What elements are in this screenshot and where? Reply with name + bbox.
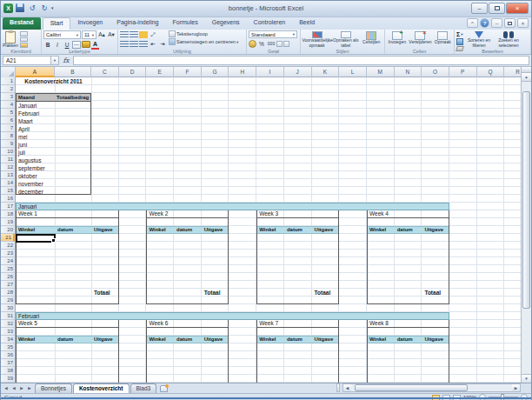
delete-cells-button[interactable]: Verwijderen: [409, 30, 431, 48]
row-header[interactable]: 34: [1, 336, 15, 343]
format-painter-button[interactable]: [20, 43, 28, 48]
orientation-button[interactable]: ⤢: [149, 30, 157, 39]
comma-style-button[interactable]: 000: [267, 39, 276, 48]
section-banner[interactable]: Januari: [16, 203, 449, 210]
row-header[interactable]: 37: [1, 359, 15, 367]
close-button[interactable]: ×: [506, 3, 529, 14]
vertical-scrollbar[interactable]: ▲ ▼: [521, 67, 531, 383]
scroll-down-button[interactable]: ▼: [522, 374, 531, 383]
month-cell[interactable]: juli: [17, 149, 90, 157]
horizontal-scrollbar[interactable]: ◀ ▶: [342, 383, 521, 392]
row-header[interactable]: 32: [1, 320, 15, 328]
row-header[interactable]: 3: [1, 93, 15, 101]
column-header[interactable]: I: [256, 67, 284, 77]
workbook-minimize-button[interactable]: –: [491, 18, 502, 28]
week-block[interactable]: Week 6 WinkeldatumUitgave Totaal: [146, 320, 229, 383]
row-header[interactable]: 17: [1, 203, 15, 210]
ribbon-tab[interactable]: Invoegen: [70, 17, 110, 30]
section-banner[interactable]: Februari: [16, 312, 449, 320]
align-right-button[interactable]: [139, 41, 148, 48]
minimize-button[interactable]: –: [471, 3, 488, 14]
help-button[interactable]: ?: [480, 18, 489, 28]
column-header[interactable]: N: [395, 67, 422, 77]
column-header[interactable]: G: [202, 67, 229, 77]
month-cell[interactable]: juni: [17, 141, 90, 149]
column-header[interactable]: C: [91, 67, 119, 77]
previous-sheet-button[interactable]: ◀: [10, 384, 17, 392]
row-header[interactable]: 8: [1, 132, 15, 140]
underline-button[interactable]: U: [63, 40, 71, 49]
column-header[interactable]: E: [146, 67, 174, 77]
row-header[interactable]: 7: [1, 124, 15, 132]
row-header[interactable]: 2: [1, 85, 15, 93]
insert-function-button[interactable]: fx: [59, 57, 73, 64]
row-header[interactable]: 18: [1, 210, 15, 218]
row-header[interactable]: 6: [1, 117, 15, 124]
month-cell[interactable]: Februari: [17, 110, 90, 117]
ribbon-tab[interactable]: Start: [43, 17, 71, 30]
align-bottom-button[interactable]: [139, 31, 148, 38]
row-header[interactable]: 33: [1, 328, 15, 336]
month-cell[interactable]: Maart: [17, 117, 90, 125]
next-sheet-button[interactable]: ▶: [18, 384, 25, 392]
name-box[interactable]: A21: [3, 56, 51, 65]
select-all-corner[interactable]: [1, 67, 16, 77]
italic-button[interactable]: I: [53, 40, 62, 49]
active-cell-a21[interactable]: [16, 234, 56, 243]
column-header[interactable]: O: [422, 67, 449, 77]
accounting-format-button[interactable]: [249, 40, 256, 48]
font-color-button[interactable]: A: [91, 41, 99, 49]
row-header[interactable]: 35: [1, 343, 15, 351]
ribbon-tab[interactable]: Bestand: [3, 17, 41, 30]
increase-decimal-button[interactable]: [276, 41, 283, 47]
row-header[interactable]: 1: [1, 77, 15, 85]
row-header[interactable]: 4: [1, 101, 15, 109]
column-header[interactable]: H: [229, 67, 256, 77]
column-header[interactable]: R: [504, 67, 522, 77]
font-size-select[interactable]: 11▾: [82, 30, 96, 39]
name-box-dropdown[interactable]: ▾: [51, 56, 59, 65]
formula-input[interactable]: [73, 56, 529, 65]
align-middle-button[interactable]: [130, 31, 138, 38]
column-header[interactable]: D: [119, 67, 147, 77]
week-block[interactable]: Week 3 WinkeldatumUitgave Totaal: [256, 210, 339, 304]
row-header[interactable]: 11: [1, 156, 15, 163]
row-header[interactable]: 13: [1, 171, 15, 179]
month-cell[interactable]: April: [17, 125, 90, 133]
column-header[interactable]: B: [55, 67, 91, 77]
collapse-ribbon-button[interactable]: ^: [467, 18, 478, 28]
row-header[interactable]: 36: [1, 351, 15, 359]
ribbon-tab[interactable]: Gegevens: [205, 17, 247, 30]
paste-button[interactable]: Plakken: [3, 30, 18, 48]
sort-filter-button[interactable]: Sorteren en filteren: [465, 30, 493, 48]
column-header[interactable]: A: [16, 67, 55, 77]
vertical-scroll-thumb[interactable]: [522, 91, 530, 309]
merge-center-button[interactable]: Samenvoegen en centreren ▾: [169, 38, 244, 45]
column-header[interactable]: J: [284, 67, 312, 77]
row-header[interactable]: 31: [1, 312, 15, 320]
scroll-left-button[interactable]: ◀: [343, 384, 351, 391]
row-header[interactable]: 20: [1, 226, 15, 234]
row-header[interactable]: 12: [1, 163, 15, 171]
sheet-tab[interactable]: Blad3: [130, 383, 157, 393]
month-table[interactable]: Maand Totaalbedrag JanuariFebruariMaartA…: [16, 93, 91, 195]
row-header[interactable]: 14: [1, 179, 15, 187]
column-header[interactable]: K: [312, 67, 340, 77]
column-header[interactable]: M: [367, 67, 395, 77]
month-cell[interactable]: september: [17, 164, 90, 172]
ribbon-tab[interactable]: Controleren: [247, 17, 293, 30]
cell-styles-button[interactable]: Celstijlen: [360, 30, 382, 48]
column-header[interactable]: Q: [477, 67, 505, 77]
row-header[interactable]: 5: [1, 109, 15, 117]
month-cell[interactable]: mei: [17, 133, 90, 141]
column-header[interactable]: F: [174, 67, 202, 77]
row-header[interactable]: 38: [1, 367, 15, 375]
week-block[interactable]: Week 8 WinkeldatumUitgave Totaal: [367, 320, 449, 383]
last-sheet-button[interactable]: ▶: [26, 384, 33, 392]
ribbon-tab[interactable]: Pagina-indeling: [110, 17, 165, 30]
row-header[interactable]: 21: [1, 234, 15, 242]
percent-style-button[interactable]: %: [257, 39, 266, 48]
find-select-button[interactable]: Zoeken en selecteren: [495, 30, 522, 48]
wrap-text-button[interactable]: Tekstterugloop: [169, 30, 244, 37]
increase-indent-button[interactable]: ⇥: [158, 40, 167, 49]
